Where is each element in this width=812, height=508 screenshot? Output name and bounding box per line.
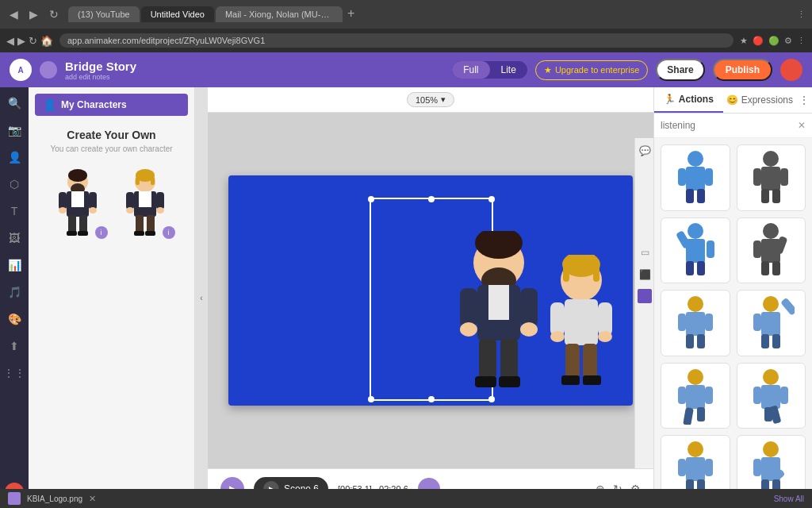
sidebar-icon-charts[interactable]: 📊	[5, 256, 24, 275]
file-close-btn[interactable]: ✕	[89, 494, 96, 504]
svg-rect-68	[707, 241, 714, 258]
view-mode-toggle: Full Lite	[452, 61, 527, 79]
anim-card-4[interactable]	[737, 217, 806, 284]
show-all-btn[interactable]: Show All	[774, 495, 804, 503]
app-container: A Bridge Story add edit notes Full Lite …	[0, 52, 812, 508]
panel-collapse-button[interactable]: ‹	[195, 87, 208, 508]
svg-rect-5	[68, 215, 76, 233]
create-title: Create Your Own	[38, 129, 185, 141]
project-subtitle[interactable]: add edit notes	[65, 73, 444, 81]
svg-rect-55	[678, 168, 686, 186]
handle-bottom-left[interactable]	[368, 396, 374, 402]
svg-rect-4	[71, 191, 84, 207]
sidebar-icon-shapes[interactable]: ⬡	[5, 175, 24, 194]
zoom-control[interactable]: 105% ▾	[407, 92, 454, 107]
handle-bottom-right[interactable]	[488, 396, 495, 402]
reload-btn[interactable]: ↻	[46, 6, 62, 22]
forward-btn[interactable]: ▶	[26, 6, 41, 22]
svg-point-34	[460, 322, 477, 337]
sidebar-icon-media[interactable]: 🖼	[5, 229, 24, 248]
sidebar-icon-camera[interactable]: 📷	[5, 121, 24, 140]
svg-rect-38	[475, 376, 496, 387]
svg-rect-76	[772, 261, 780, 275]
back-btn[interactable]: ◀	[6, 6, 21, 22]
svg-rect-32	[460, 288, 477, 328]
browser-tab-animaker[interactable]: Untitled Video	[141, 6, 214, 22]
panel-more-options[interactable]: ⋮	[796, 87, 812, 113]
character-info-btn-1[interactable]: i	[95, 226, 108, 239]
anim-card-8[interactable]	[737, 363, 806, 429]
anim-card-5[interactable]	[661, 290, 730, 356]
anim-card-1[interactable]	[661, 144, 730, 211]
settings-menu-icon[interactable]: ⋮	[797, 36, 806, 46]
svg-rect-79	[678, 314, 686, 331]
publish-button[interactable]: Publish	[713, 59, 772, 81]
svg-rect-80	[705, 314, 713, 331]
actions-tab[interactable]: 🏃 Actions	[654, 87, 723, 113]
canvas-blue-block[interactable]	[638, 289, 652, 303]
svg-rect-9	[59, 192, 67, 210]
anim-card-3[interactable]	[661, 217, 730, 284]
search-input[interactable]	[661, 120, 793, 131]
svg-rect-100	[764, 407, 772, 421]
user-menu-avatar[interactable]	[40, 61, 57, 79]
svg-rect-85	[780, 298, 795, 316]
user-avatar[interactable]	[780, 59, 802, 81]
new-tab-btn[interactable]: +	[347, 6, 354, 22]
svg-rect-18	[139, 191, 151, 207]
ext-icon-1[interactable]: 🔴	[753, 36, 764, 46]
svg-rect-10	[89, 192, 97, 210]
canvas-right-icon-1[interactable]: ▭	[637, 244, 653, 260]
browser-nav-controls[interactable]: ◀ ▶ ↻	[6, 6, 62, 22]
svg-rect-82	[697, 334, 705, 348]
canvas-right-icon-speech[interactable]: 💬	[637, 143, 653, 159]
lite-mode-btn[interactable]: Lite	[490, 61, 527, 79]
svg-point-25	[126, 207, 134, 214]
svg-rect-36	[479, 339, 496, 379]
expressions-tab[interactable]: 😊 Expressions	[723, 87, 796, 113]
sidebar-icon-search[interactable]: 🔍	[5, 94, 24, 113]
svg-point-95	[763, 369, 779, 385]
anim-card-7[interactable]	[661, 363, 730, 429]
character-info-btn-2[interactable]: i	[163, 226, 175, 239]
anim-card-2[interactable]	[737, 144, 806, 211]
svg-rect-88	[772, 334, 780, 348]
upgrade-button[interactable]: ★ Upgrade to enterprise	[535, 60, 648, 80]
search-close-icon[interactable]: ✕	[798, 120, 806, 131]
refresh-icon[interactable]: ↻	[29, 35, 37, 47]
full-mode-btn[interactable]: Full	[452, 61, 489, 79]
character-card-2[interactable]: i	[116, 167, 175, 239]
my-characters-tab[interactable]: 👤 My Characters	[35, 94, 188, 116]
svg-rect-24	[156, 192, 164, 210]
sidebar-icon-apps[interactable]: ⋮⋮	[5, 364, 24, 383]
menu-icon[interactable]: ⋮	[797, 10, 806, 20]
browser-tab-mail[interactable]: Mail - Xiong, Nolan (MU-Studi...	[216, 6, 343, 22]
character-grid: i	[38, 161, 185, 245]
scene-canvas[interactable]: 🚶 🚶 🎤 ⊞ 🎨 ✨ 🔒 🗑	[228, 175, 633, 406]
sidebar-icon-upload[interactable]: ⬆	[5, 337, 24, 356]
home-icon[interactable]: 🏠	[40, 35, 53, 47]
canvas-char-2	[546, 255, 617, 390]
share-button[interactable]: Share	[656, 59, 704, 81]
handle-top-mid[interactable]	[428, 196, 435, 202]
handle-bottom-mid[interactable]	[428, 396, 435, 402]
ext-icon-3[interactable]: ⚙	[784, 36, 792, 46]
anim-figure-8	[742, 367, 799, 425]
bookmark-icon[interactable]: ★	[740, 36, 748, 46]
browser-tab-youtube[interactable]: (13) YouTube	[68, 6, 140, 22]
handle-top-left[interactable]	[368, 196, 374, 202]
url-input[interactable]: app.animaker.com/editproject/ZRyuLW0Veji…	[59, 33, 733, 48]
svg-point-89	[688, 369, 703, 385]
sidebar-icon-characters[interactable]: 👤	[5, 148, 24, 167]
ext-icon-2[interactable]: 🟢	[768, 36, 779, 46]
sidebar-icon-bg[interactable]: 🎨	[5, 310, 24, 329]
handle-top-right[interactable]	[488, 196, 495, 202]
svg-rect-8	[78, 231, 88, 236]
anim-card-6[interactable]	[737, 290, 806, 356]
forward-icon[interactable]: ▶	[17, 35, 25, 47]
sidebar-icon-text[interactable]: T	[5, 202, 24, 221]
canvas-right-icon-2[interactable]: ⬛	[637, 267, 653, 283]
character-card-1[interactable]: i	[48, 167, 108, 239]
sidebar-icon-audio[interactable]: 🎵	[5, 283, 24, 302]
back-icon[interactable]: ◀	[6, 35, 14, 47]
